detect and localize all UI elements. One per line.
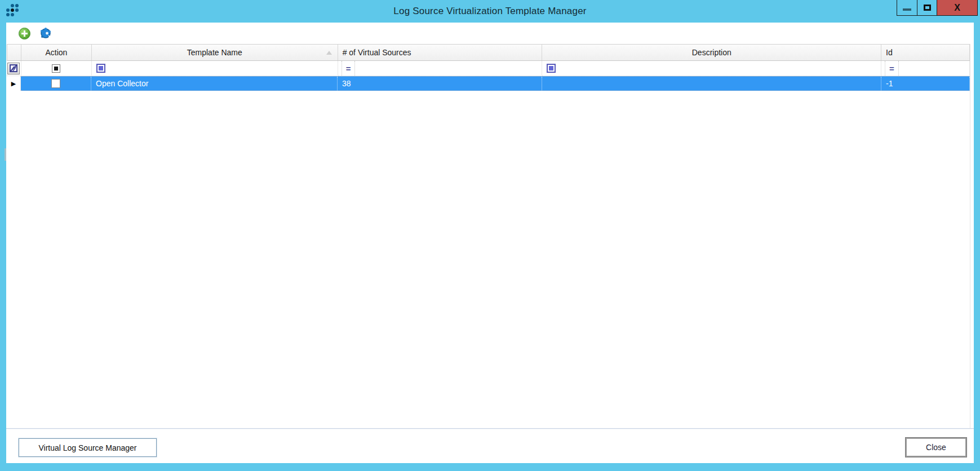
current-row-arrow-icon: ▶ — [11, 80, 16, 87]
minimize-icon — [903, 8, 911, 11]
window-title: Log Source Virtualization Template Manag… — [0, 0, 980, 23]
column-header-action[interactable]: Action — [21, 44, 92, 61]
dialog-content: Action Template Name # of Virtual Source… — [6, 23, 974, 463]
virtual-log-source-manager-button[interactable]: Virtual Log Source Manager — [19, 438, 157, 457]
edit-filter-button[interactable] — [7, 63, 20, 74]
window-controls: X — [897, 0, 978, 16]
table-row-open-collector[interactable]: ▶ Open Collector 38 -1 — [7, 76, 970, 91]
cell-id[interactable]: -1 — [881, 77, 970, 90]
header-row-indicator — [7, 44, 21, 61]
column-header-template-name[interactable]: Template Name — [92, 44, 338, 61]
action-checkbox-unchecked[interactable] — [51, 79, 60, 88]
cell-description[interactable] — [542, 77, 881, 90]
close-button[interactable]: Close — [906, 438, 966, 457]
template-name-filter-checkbox-indeterminate[interactable] — [96, 64, 105, 73]
row-indicator-cell: ▶ — [7, 76, 21, 91]
titlebar[interactable]: Log Source Virtualization Template Manag… — [0, 0, 980, 23]
add-template-button[interactable] — [18, 27, 30, 39]
grid-filter-row: = = — [7, 61, 970, 76]
cell-num-virtual-sources[interactable]: 38 — [338, 77, 542, 90]
filter-cell-num-virtual-sources[interactable]: = — [338, 61, 543, 76]
grid-header-row: Action Template Name # of Virtual Source… — [7, 44, 970, 61]
filter-cell-template-name[interactable] — [92, 61, 338, 76]
templates-grid: Action Template Name # of Virtual Source… — [7, 44, 970, 428]
filter-cell-description[interactable] — [542, 61, 881, 76]
action-filter-checkbox-indeterminate[interactable] — [52, 64, 60, 73]
sort-ascending-icon — [326, 51, 332, 55]
maximize-button[interactable] — [917, 0, 937, 16]
close-icon: X — [954, 3, 960, 12]
footer-bar: Virtual Log Source Manager Close — [6, 428, 974, 463]
column-header-description[interactable]: Description — [542, 44, 881, 61]
description-filter-checkbox-indeterminate[interactable] — [547, 64, 556, 73]
dialog-log-source-virtualization-template-manager: Log Source Virtualization Template Manag… — [0, 0, 980, 471]
grid-area: Action Template Name # of Virtual Source… — [6, 44, 974, 428]
column-header-template-name-label: Template Name — [187, 48, 242, 57]
close-window-button[interactable]: X — [937, 0, 978, 16]
equals-operator-icon[interactable]: = — [885, 61, 899, 76]
filter-edit-cell — [7, 61, 21, 76]
selected-row[interactable]: Open Collector 38 -1 — [21, 76, 970, 91]
cell-template-name[interactable]: Open Collector — [91, 77, 338, 90]
gear-icon — [39, 27, 52, 39]
toolbar — [6, 23, 974, 44]
cell-action[interactable] — [21, 77, 91, 90]
gear-button[interactable] — [39, 27, 52, 39]
column-header-id-label: Id — [886, 48, 893, 57]
column-header-num-virtual-sources[interactable]: # of Virtual Sources — [338, 44, 543, 61]
filter-cell-id[interactable]: = — [881, 61, 970, 76]
filter-cell-action[interactable] — [21, 61, 92, 76]
column-header-action-label: Action — [45, 48, 67, 57]
maximize-icon — [924, 5, 931, 11]
close-button-label: Close — [926, 443, 946, 452]
column-header-num-virtual-sources-label: # of Virtual Sources — [343, 48, 411, 57]
virtual-log-source-manager-label: Virtual Log Source Manager — [38, 443, 136, 452]
column-header-id[interactable]: Id — [881, 44, 970, 61]
column-header-description-label: Description — [692, 48, 731, 57]
add-icon — [19, 28, 30, 39]
minimize-button[interactable] — [897, 0, 917, 16]
edit-filter-icon — [10, 64, 17, 72]
equals-operator-icon[interactable]: = — [342, 61, 356, 76]
